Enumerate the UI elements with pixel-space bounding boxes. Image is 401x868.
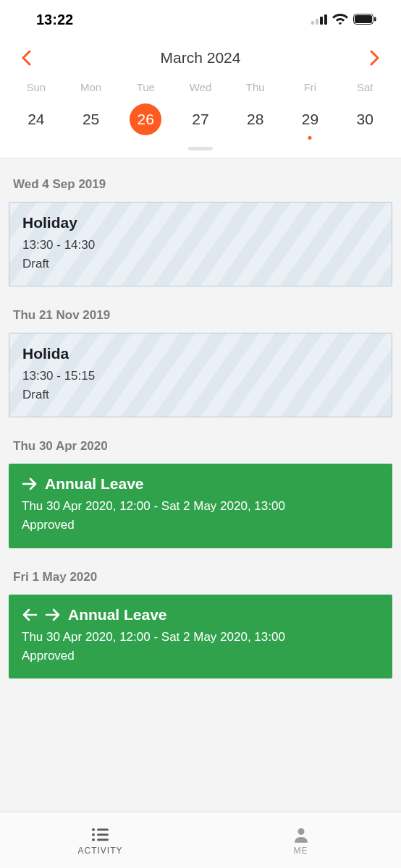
event-card[interactable]: Annual LeaveThu 30 Apr 2020, 12:00 - Sat… — [9, 595, 392, 679]
group-date-header: Wed 4 Sep 2019 — [9, 158, 392, 202]
event-time: 13:30 - 14:30 — [22, 236, 379, 255]
next-month-button[interactable] — [366, 49, 384, 67]
date-number: 30 — [349, 103, 381, 135]
calendar: March 2024 SunMonTueWedThuFriSat 2425262… — [0, 39, 401, 158]
date-cell[interactable]: 26 — [118, 103, 173, 135]
event-time: Thu 30 Apr 2020, 12:00 - Sat 2 May 2020,… — [22, 497, 379, 516]
date-cell[interactable]: 28 — [228, 103, 283, 135]
svg-rect-3 — [324, 14, 327, 25]
weekday-label: Thu — [228, 81, 283, 93]
weekday-row: SunMonTueWedThuFriSat — [0, 69, 401, 101]
svg-rect-2 — [320, 17, 323, 25]
bottom-nav: ACTIVITY ME — [0, 812, 401, 868]
event-status: Approved — [22, 647, 379, 665]
svg-rect-5 — [355, 15, 372, 23]
svg-point-9 — [92, 833, 95, 836]
svg-rect-0 — [311, 21, 314, 25]
nav-me[interactable]: ME — [200, 812, 401, 868]
weekday-label: Sat — [337, 81, 392, 93]
group-date-header: Fri 1 May 2020 — [9, 551, 392, 595]
svg-point-11 — [92, 838, 95, 841]
battery-icon — [353, 12, 376, 28]
date-cell[interactable]: 27 — [173, 103, 228, 135]
weekday-label: Mon — [64, 81, 119, 93]
weekday-label: Tue — [118, 81, 173, 93]
event-status: Approved — [22, 516, 379, 535]
svg-rect-8 — [97, 828, 109, 830]
cellular-icon — [311, 12, 327, 28]
arrow-right-icon — [45, 608, 61, 621]
svg-rect-12 — [97, 838, 109, 841]
event-title-row: Annual Leave — [22, 606, 379, 624]
date-number: 26 — [130, 103, 161, 135]
person-icon — [293, 825, 309, 844]
event-list: Wed 4 Sep 2019Holiday13:30 - 14:30DraftT… — [0, 158, 401, 678]
event-title-row: Annual Leave — [22, 475, 379, 493]
group-date-header: Thu 21 Nov 2019 — [9, 289, 392, 333]
event-card[interactable]: Annual LeaveThu 30 Apr 2020, 12:00 - Sat… — [9, 464, 392, 548]
event-status: Draft — [22, 255, 379, 273]
date-number: 27 — [185, 103, 216, 135]
status-time: 13:22 — [36, 12, 73, 28]
svg-rect-1 — [316, 19, 318, 25]
svg-rect-6 — [374, 17, 376, 21]
svg-point-13 — [297, 828, 304, 835]
date-number: 24 — [20, 103, 52, 135]
event-status: Draft — [22, 386, 379, 404]
date-number: 29 — [294, 103, 326, 135]
nav-activity[interactable]: ACTIVITY — [0, 812, 200, 868]
event-dot — [308, 136, 312, 140]
list-icon — [91, 825, 110, 844]
weekday-label: Wed — [173, 81, 228, 93]
event-title: Annual Leave — [45, 475, 144, 493]
date-cell[interactable]: 29 — [283, 103, 338, 135]
date-cell[interactable]: 30 — [337, 103, 392, 135]
status-bar: 13:22 — [0, 0, 401, 39]
wifi-icon — [332, 12, 348, 28]
weekday-label: Fri — [283, 81, 338, 93]
event-title: Annual Leave — [68, 606, 167, 624]
drag-handle[interactable] — [188, 147, 213, 150]
event-time: Thu 30 Apr 2020, 12:00 - Sat 2 May 2020,… — [22, 628, 379, 647]
svg-point-7 — [92, 828, 95, 831]
date-number: 25 — [75, 103, 107, 135]
arrow-left-icon — [22, 608, 38, 621]
prev-month-button[interactable] — [17, 49, 35, 67]
arrow-right-icon — [22, 477, 38, 490]
weekday-label: Sun — [9, 81, 64, 93]
nav-activity-label: ACTIVITY — [77, 846, 122, 856]
svg-rect-10 — [97, 833, 109, 835]
event-time: 13:30 - 15:15 — [22, 367, 379, 386]
nav-me-label: ME — [294, 846, 308, 856]
date-number: 28 — [240, 103, 271, 135]
event-title: Holida — [22, 345, 379, 362]
calendar-title: March 2024 — [161, 49, 241, 67]
group-date-header: Thu 30 Apr 2020 — [9, 420, 392, 464]
date-cell[interactable]: 25 — [64, 103, 119, 135]
event-card[interactable]: Holida13:30 - 15:15Draft — [9, 333, 392, 417]
date-cell[interactable]: 24 — [9, 103, 64, 135]
event-title: Holiday — [22, 214, 379, 231]
event-card[interactable]: Holiday13:30 - 14:30Draft — [9, 202, 392, 286]
dates-row: 24252627282930 — [0, 101, 401, 141]
status-indicators — [311, 12, 376, 28]
